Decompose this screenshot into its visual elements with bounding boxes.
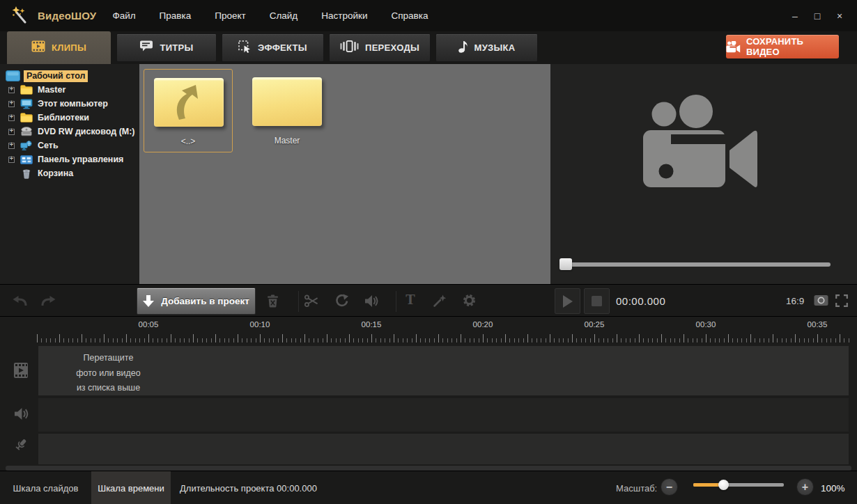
ruler-tick	[184, 338, 185, 342]
ruler-time-label: 00:25	[585, 320, 605, 329]
tree-item-label: DVD RW дисковод (M:)	[38, 127, 135, 136]
timeline-horizontal-scrollbar[interactable]	[6, 466, 851, 471]
network-icon	[19, 141, 34, 151]
tab-transitions[interactable]: ПЕРЕХОДЫ	[329, 33, 431, 62]
ruler-tick	[608, 338, 608, 342]
ruler-tick	[256, 338, 256, 342]
ruler-tick	[104, 334, 105, 342]
audio-track-lane[interactable]	[38, 398, 849, 432]
voice-track-lane[interactable]	[38, 434, 849, 464]
play-button[interactable]	[555, 288, 580, 314]
aspect-ratio-label[interactable]: 16:9	[786, 285, 804, 317]
ruler-tick	[702, 338, 702, 342]
ruler-tick	[568, 338, 569, 342]
close-icon[interactable]: ×	[832, 8, 847, 24]
expand-plus-icon[interactable]	[8, 87, 15, 93]
snapshot-icon[interactable]	[814, 294, 828, 309]
tree-item-libraries[interactable]: Библиотеки	[0, 111, 139, 125]
text-tool-icon[interactable]: T	[404, 292, 417, 307]
tree-item-control-panel[interactable]: Панель управления	[0, 152, 139, 166]
menu-help[interactable]: Справка	[379, 0, 440, 31]
ruler-tick	[665, 338, 666, 342]
wand-tool-icon[interactable]	[433, 294, 447, 308]
tab-music[interactable]: МУЗЫКА	[435, 33, 538, 62]
undo-icon[interactable]	[11, 295, 28, 307]
ruler-tick	[684, 334, 684, 342]
ruler-tick	[229, 338, 229, 342]
tree-item-computer[interactable]: Этот компьютер	[0, 97, 139, 111]
maximize-icon[interactable]: □	[810, 8, 825, 24]
magic-wand-logo-icon	[11, 6, 29, 26]
ruler-tick	[710, 338, 711, 342]
ruler-tick	[59, 334, 60, 342]
seek-bar[interactable]	[561, 262, 831, 267]
ruler-tick	[323, 338, 323, 342]
ruler-tick	[737, 338, 738, 342]
ruler-tick	[572, 334, 573, 342]
tab-time-scale[interactable]: Шкала времени	[91, 471, 171, 504]
file-tile-master[interactable]: Master	[242, 69, 332, 152]
add-to-project-button[interactable]: Добавить в проект	[137, 288, 256, 315]
toolbar-separator	[298, 291, 299, 312]
ruler-tick	[732, 338, 733, 342]
expand-plus-icon[interactable]	[8, 129, 15, 135]
ruler-tick	[523, 338, 524, 342]
expand-plus-icon[interactable]	[8, 115, 15, 121]
drop-hint-line: из списка выше	[51, 381, 166, 396]
tab-effects[interactable]: ЭФФЕКТЫ	[222, 33, 324, 62]
settings-gear-icon[interactable]	[462, 293, 477, 308]
ruler-time-label: 00:30	[696, 320, 716, 329]
ruler-tick	[50, 338, 51, 342]
redo-icon[interactable]	[40, 295, 57, 307]
tab-clips[interactable]: КЛИПЫ	[7, 31, 111, 64]
expand-plus-icon[interactable]	[8, 143, 15, 149]
zoom-percent-value: 100%	[821, 471, 845, 504]
ruler-tick	[670, 338, 671, 342]
ruler-tick	[603, 338, 604, 342]
minimize-icon[interactable]: –	[787, 8, 803, 24]
expand-plus-icon[interactable]	[8, 101, 15, 107]
timeline-ruler-ticks[interactable]	[0, 332, 857, 345]
menu-file[interactable]: Файл	[100, 0, 147, 31]
zoom-slider[interactable]	[693, 483, 784, 487]
video-track-drop-zone[interactable]: Перетащите фото или видео из списка выше	[38, 346, 849, 395]
tree-item-master[interactable]: Master	[0, 83, 139, 97]
videoshow-window: ВидеоШОУ Файл Правка Проект Слайд Настро…	[0, 0, 857, 504]
tree-item-dvd-drive[interactable]: DVD RW дисковод (M:)	[0, 125, 139, 139]
save-video-button[interactable]: СОХРАНИТЬ ВИДЕО	[726, 35, 839, 58]
ruler-tick	[171, 334, 171, 342]
delete-icon[interactable]	[267, 294, 279, 308]
zoom-in-button[interactable]: +	[796, 478, 814, 496]
tree-item-label: Этот компьютер	[38, 99, 108, 109]
ruler-tick	[153, 338, 153, 342]
tree-item-recycle-bin[interactable]: Корзина	[0, 166, 139, 180]
tab-slide-scale[interactable]: Шкала слайдов	[0, 471, 91, 504]
cut-icon[interactable]	[304, 294, 318, 308]
tree-item-desktop[interactable]: Рабочий стол	[0, 69, 139, 83]
ruler-tick	[442, 338, 443, 342]
ruler-tick	[403, 338, 403, 342]
ruler-tick	[68, 338, 69, 342]
volume-icon[interactable]	[364, 294, 378, 308]
ruler-tick	[82, 334, 82, 342]
zoom-slider-thumb[interactable]	[718, 480, 729, 490]
stop-button[interactable]	[584, 288, 610, 314]
seek-thumb[interactable]	[559, 258, 572, 270]
menu-settings[interactable]: Настройки	[309, 0, 379, 31]
tab-titles[interactable]: ТИТРЫ	[116, 33, 217, 62]
menu-edit[interactable]: Правка	[148, 0, 203, 31]
zoom-out-button[interactable]: −	[661, 478, 678, 496]
file-tile-parent-folder[interactable]: <..>	[144, 69, 233, 152]
fullscreen-icon[interactable]	[835, 294, 848, 310]
app-logo: ВидеоШОУ	[11, 6, 96, 26]
ruler-tick	[189, 338, 190, 342]
tree-item-network[interactable]: Сеть	[0, 139, 139, 152]
rotate-icon[interactable]	[334, 294, 348, 308]
menu-project[interactable]: Проект	[203, 0, 257, 31]
ruler-tick	[764, 338, 764, 342]
ruler-tick	[148, 334, 149, 342]
tab-titles-label: ТИТРЫ	[160, 42, 193, 53]
menu-slide[interactable]: Слайд	[258, 0, 310, 31]
ruler-tick	[46, 338, 47, 342]
expand-plus-icon[interactable]	[8, 157, 15, 163]
